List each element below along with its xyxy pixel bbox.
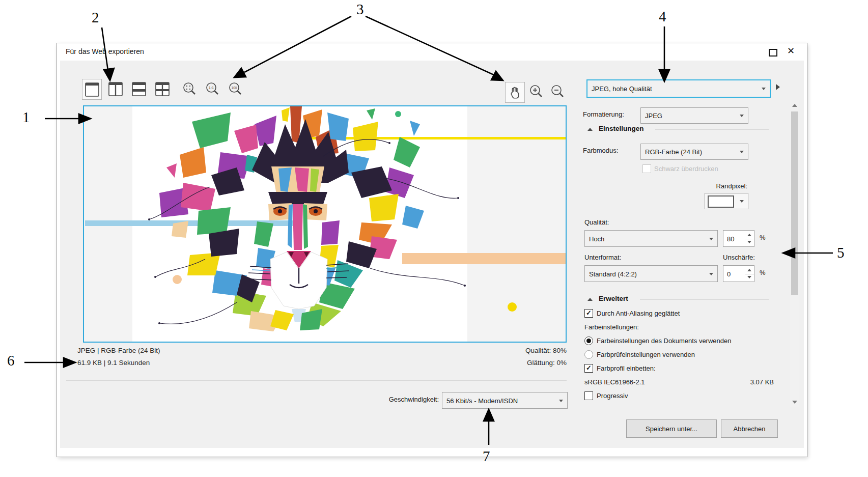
preview-layout-single-button[interactable] xyxy=(82,79,102,100)
annotation-7: 7 xyxy=(483,448,490,465)
preview-layout-horizontal-split-button[interactable] xyxy=(129,79,148,99)
peach-bar xyxy=(402,253,566,264)
export-for-web-dialog: Für das Web exportieren ✕ xyxy=(57,43,807,457)
blur-percent-input[interactable]: 0 xyxy=(723,265,746,282)
edgepixel-color-picker[interactable] xyxy=(705,193,748,209)
embed-profile-checkbox[interactable]: ✓ xyxy=(584,364,593,373)
dropdown-arrow-icon xyxy=(559,400,563,402)
dropdown-arrow-icon xyxy=(709,238,713,240)
quad-pane-icon xyxy=(154,80,171,98)
dropdown-arrow-icon xyxy=(740,115,744,117)
blur-value: 0 xyxy=(727,270,731,277)
speed-label: Geschwindigkeit: xyxy=(337,396,439,403)
save-as-button[interactable]: Speichern unter... xyxy=(626,419,717,438)
dropdown-arrow-icon xyxy=(740,200,744,203)
document-color-label: Farbeinstellungen des Dokuments verwende… xyxy=(597,337,732,345)
zoom-fit-icon xyxy=(182,81,197,97)
blur-spinner[interactable] xyxy=(745,265,754,282)
scroll-up-icon[interactable] xyxy=(792,104,797,107)
maximize-icon[interactable] xyxy=(769,49,777,57)
subformat-dropdown[interactable]: Standard (4:2:2) xyxy=(584,265,718,282)
annotation-1: 1 xyxy=(22,109,30,126)
panel-scrollbar[interactable] xyxy=(790,100,799,407)
lion-artwork xyxy=(84,106,566,342)
vertical-split-icon xyxy=(107,80,124,98)
overprint-label: Schwarz überdrucken xyxy=(654,165,718,173)
spinner-up-icon[interactable] xyxy=(747,234,751,236)
profile-name: sRGB IEC61966-2.1 xyxy=(584,378,645,386)
colorsettings-label: Farbeinstellungen: xyxy=(584,323,639,331)
status-smoothing: Glättung: 0% xyxy=(464,359,567,367)
progressive-checkbox[interactable] xyxy=(584,391,593,400)
format-dropdown[interactable]: JPEG xyxy=(640,107,748,124)
progressive-label: Progressiv xyxy=(597,392,628,400)
status-quality: Qualität: 80% xyxy=(464,347,567,354)
overprint-checkbox[interactable] xyxy=(642,164,651,173)
preview-area[interactable] xyxy=(83,105,567,343)
antialias-label: Durch Anti-Aliasing geglättet xyxy=(597,310,680,317)
zoom-1-1-button[interactable]: 1:1 xyxy=(204,80,221,98)
advanced-rule xyxy=(640,299,769,300)
quality-percent-value: 80 xyxy=(727,235,734,242)
dropdown-arrow-icon xyxy=(709,273,713,275)
svg-text:100: 100 xyxy=(232,86,237,90)
settings-header: Einstellungen xyxy=(599,125,644,132)
spinner-divider xyxy=(745,239,754,239)
annotation-4: 4 xyxy=(659,8,666,25)
zoom-to-fit-button[interactable] xyxy=(181,80,198,98)
zoom-in-button[interactable] xyxy=(527,83,545,100)
annotation-2: 2 xyxy=(92,9,99,26)
preview-layout-quad-button[interactable] xyxy=(153,79,172,99)
cancel-button[interactable]: Abbrechen xyxy=(721,419,778,438)
settings-rule xyxy=(655,129,769,130)
proof-color-label: Farbprüfeinstellungen verwenden xyxy=(597,351,695,358)
proof-color-radio[interactable] xyxy=(584,350,593,359)
hand-icon xyxy=(508,85,522,100)
colormode-value: RGB-Farbe (24 Bit) xyxy=(645,148,702,156)
pan-tool-button[interactable] xyxy=(505,82,525,103)
speed-dropdown[interactable]: 56 Kbit/s - Modem/ISDN xyxy=(442,392,568,409)
annotation-5: 5 xyxy=(837,244,845,261)
horizontal-split-icon xyxy=(130,80,148,98)
divider xyxy=(66,380,567,381)
zoom-1-1-icon: 1:1 xyxy=(205,81,220,97)
spinner-down-icon[interactable] xyxy=(747,241,751,243)
collapse-settings-icon[interactable] xyxy=(587,128,593,131)
embed-profile-label: Farbprofil einbetten: xyxy=(597,364,656,372)
scrollbar-thumb[interactable] xyxy=(791,111,798,295)
quality-spinner[interactable] xyxy=(745,230,754,247)
preset-dropdown[interactable]: JPEG, hohe Qualität xyxy=(586,79,771,98)
quality-percent-sign: % xyxy=(760,234,766,241)
quality-value: Hoch xyxy=(589,235,604,242)
dialog-title: Für das Web exportieren xyxy=(66,47,144,55)
document-color-radio[interactable] xyxy=(584,336,593,345)
status-format: JPEG | RGB-Farbe (24 Bit) xyxy=(77,347,160,354)
quality-dropdown[interactable]: Hoch xyxy=(584,230,718,247)
close-icon[interactable]: ✕ xyxy=(787,45,795,57)
colormode-dropdown[interactable]: RGB-Farbe (24 Bit) xyxy=(640,144,748,160)
annotation-3: 3 xyxy=(356,1,364,18)
subformat-value: Standard (4:2:2) xyxy=(589,270,637,277)
quality-percent-input[interactable]: 80 xyxy=(723,230,746,247)
zoom-100-icon: 100 xyxy=(228,81,243,97)
dropdown-arrow-icon xyxy=(762,88,766,90)
preview-layout-vertical-split-button[interactable] xyxy=(106,79,125,99)
svg-text:1:1: 1:1 xyxy=(209,86,214,90)
preset-expand-icon[interactable] xyxy=(776,84,780,90)
spinner-down-icon[interactable] xyxy=(747,276,751,278)
scroll-down-icon[interactable] xyxy=(792,401,797,404)
antialias-checkbox[interactable]: ✓ xyxy=(584,309,593,318)
zoom-out-button[interactable] xyxy=(549,83,566,100)
advanced-header: Erweitert xyxy=(599,295,628,302)
color-swatch xyxy=(708,195,734,208)
zoom-100-button[interactable]: 100 xyxy=(227,80,244,98)
blur-label: Unschärfe: xyxy=(723,254,755,261)
status-size-time: 61.9 KB | 9.1 Sekunden xyxy=(77,359,150,367)
preset-value: JPEG, hohe Qualität xyxy=(592,85,652,93)
title-bar: Für das Web exportieren ✕ xyxy=(57,43,807,61)
page: Für das Web exportieren ✕ xyxy=(0,0,868,477)
subformat-label: Unterformat: xyxy=(584,254,621,261)
dropdown-arrow-icon xyxy=(740,151,744,153)
collapse-advanced-icon[interactable] xyxy=(587,298,593,301)
spinner-up-icon[interactable] xyxy=(747,269,751,271)
